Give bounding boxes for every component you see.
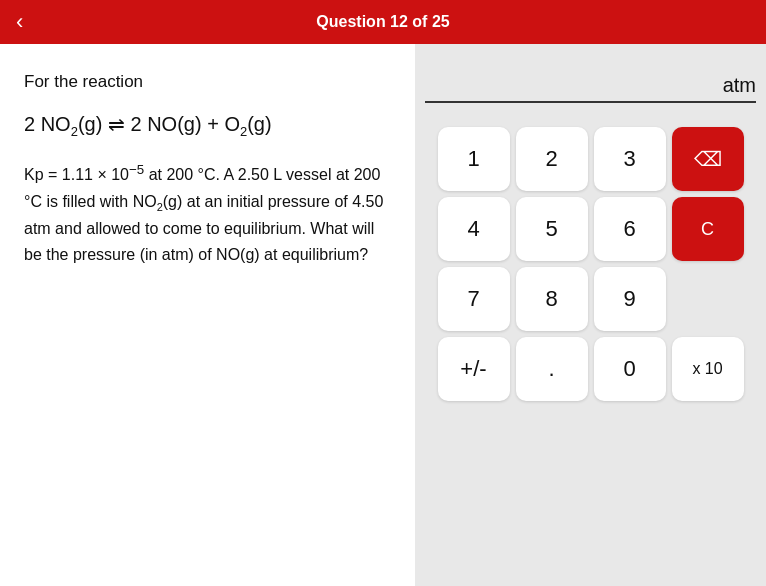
- input-display: atm: [425, 74, 756, 103]
- input-unit: atm: [715, 74, 756, 97]
- btn-0[interactable]: 0: [594, 337, 666, 401]
- btn-plus-minus[interactable]: +/-: [438, 337, 510, 401]
- calculator-keypad: 1 2 3 ⌫ 4 5 6 C 7 8 9 +/- . 0 x 10: [438, 127, 744, 401]
- btn-5[interactable]: 5: [516, 197, 588, 261]
- calculator-panel: atm 1 2 3 ⌫ 4 5 6 C 7 8 9 +/- . 0 x 10: [415, 44, 766, 586]
- question-intro: For the reaction: [24, 72, 391, 92]
- btn-3[interactable]: 3: [594, 127, 666, 191]
- btn-9[interactable]: 9: [594, 267, 666, 331]
- clear-button[interactable]: C: [672, 197, 744, 261]
- back-button[interactable]: ‹: [16, 9, 23, 35]
- btn-8[interactable]: 8: [516, 267, 588, 331]
- btn-1[interactable]: 1: [438, 127, 510, 191]
- question-body: Kp = 1.11 × 10−5 at 200 °C. A 2.50 L ves…: [24, 159, 391, 269]
- btn-decimal[interactable]: .: [516, 337, 588, 401]
- btn-7[interactable]: 7: [438, 267, 510, 331]
- btn-4[interactable]: 4: [438, 197, 510, 261]
- btn-exponent[interactable]: x 10: [672, 337, 744, 401]
- blank-cell: [672, 267, 744, 331]
- header: ‹ Question 12 of 25: [0, 0, 766, 44]
- reaction-equation: 2 NO2(g) ⇌ 2 NO(g) + O2(g): [24, 112, 391, 139]
- btn-6[interactable]: 6: [594, 197, 666, 261]
- question-progress: Question 12 of 25: [316, 13, 449, 31]
- btn-2[interactable]: 2: [516, 127, 588, 191]
- question-panel: For the reaction 2 NO2(g) ⇌ 2 NO(g) + O2…: [0, 44, 415, 586]
- backspace-icon: ⌫: [694, 147, 722, 171]
- main-content: For the reaction 2 NO2(g) ⇌ 2 NO(g) + O2…: [0, 44, 766, 586]
- backspace-button[interactable]: ⌫: [672, 127, 744, 191]
